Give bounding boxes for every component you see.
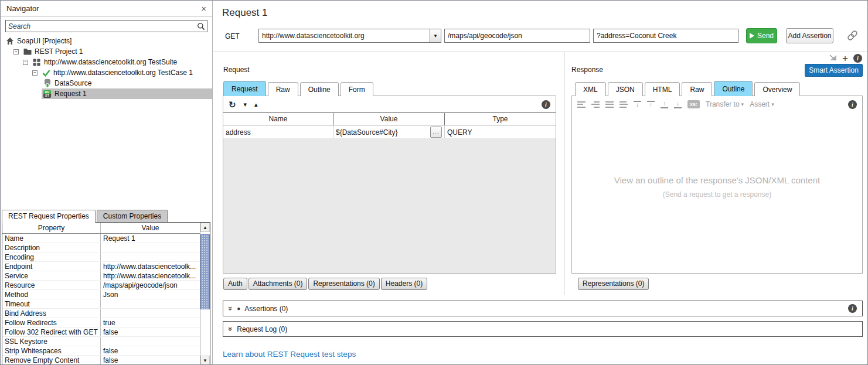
property-row-bind-address[interactable]: Bind Address <box>2 309 200 318</box>
request-section-label: Request <box>223 66 250 74</box>
request-tab-form[interactable]: Form <box>341 82 373 96</box>
response-toolbar: ↓ ↑ ↑ ↓ xs: Transfer to ▾ Assert ▾ i <box>572 96 862 112</box>
properties-tab-rest-request-properties[interactable]: REST Request Properties <box>2 210 96 223</box>
tree-item-request-1[interactable]: RESTRequest 1 <box>1 88 212 99</box>
param-value[interactable]: ${DataSource#City}... <box>333 125 445 139</box>
property-row-service[interactable]: Servicehttp://www.datasciencetoolk... <box>2 271 200 281</box>
layout-icon[interactable] <box>829 54 837 63</box>
query-input[interactable] <box>593 29 738 43</box>
close-icon[interactable]: × <box>201 4 206 13</box>
property-row-encoding[interactable]: Encoding <box>2 253 200 262</box>
search-input[interactable] <box>6 22 197 30</box>
tree-item-rest-project-1[interactable]: −REST Project 1 <box>1 46 212 57</box>
request-tab-request[interactable]: Request <box>223 81 266 96</box>
assertions-bar[interactable]: » ● Assertions (0) i <box>223 301 863 316</box>
property-name: Service <box>2 271 101 280</box>
request-bottom-tab-auth[interactable]: Auth <box>223 278 247 290</box>
response-tab-json[interactable]: JSON <box>608 82 643 96</box>
property-row-method[interactable]: MethodJson <box>2 290 200 299</box>
tree-item-content[interactable]: RESTRequest 1 <box>42 88 212 99</box>
tree-item-content[interactable]: http://www.datasciencetoolkit.org TestCa… <box>40 67 212 78</box>
response-tab-outline[interactable]: Outline <box>714 81 753 96</box>
request-log-bar[interactable]: » Request Log (0) <box>223 321 863 337</box>
tree-item-soapui-projects[interactable]: SoapUI [Projects] <box>1 36 212 46</box>
scrollbar-thumb[interactable] <box>200 234 210 309</box>
property-row-follow-302-redirect-with-get[interactable]: Follow 302 Redirect with GETfalse <box>2 328 200 337</box>
outline-lines-icon[interactable] <box>605 101 614 108</box>
move-down-from-bar-icon[interactable]: ↓ <box>674 101 682 108</box>
chevron-up-icon[interactable]: ▴ <box>254 101 258 108</box>
param-row-address[interactable]: address${DataSource#City}...QUERY <box>223 125 556 139</box>
request-tab-outline[interactable]: Outline <box>300 82 339 96</box>
info-icon[interactable]: i <box>853 54 862 63</box>
response-tab-raw[interactable]: Raw <box>682 82 712 96</box>
endpoint-combobox[interactable]: http://www.datasciencetoolkit.org ▼ <box>258 29 441 43</box>
scroll-up-icon[interactable]: ▲ <box>200 223 210 232</box>
tree-item-label: http://www.datasciencetoolkit.org TestCa… <box>53 69 193 77</box>
tree-item-content[interactable]: SoapUI [Projects] <box>4 36 212 46</box>
move-up-to-bar-icon[interactable]: ↑ <box>647 101 655 108</box>
response-bottom-tab-representations-0[interactable]: Representations (0) <box>578 278 649 290</box>
transfer-to-dropdown[interactable]: Transfer to ▾ <box>706 100 744 108</box>
move-down-to-bar-icon[interactable]: ↓ <box>634 101 641 108</box>
property-row-remove-empty-content[interactable]: Remove Empty Contentfalse <box>2 356 200 365</box>
plus-icon[interactable]: + <box>842 53 848 63</box>
info-icon[interactable]: i <box>542 100 550 109</box>
info-icon[interactable]: i <box>848 100 857 109</box>
scroll-down-icon[interactable]: ▼ <box>200 356 210 365</box>
expand-icon[interactable]: » <box>227 327 234 331</box>
collapse-expander-icon[interactable]: − <box>13 49 19 54</box>
collapse-expander-icon[interactable]: − <box>23 60 28 65</box>
property-row-description[interactable]: Description <box>2 243 200 253</box>
collapse-expander-icon[interactable]: − <box>32 70 38 76</box>
add-assertion-button[interactable]: Add Assertion <box>786 28 833 43</box>
response-tab-html[interactable]: HTML <box>645 82 680 96</box>
property-row-ssl-keystore[interactable]: SSL Keystore <box>2 337 200 346</box>
property-value: http://www.datasciencetoolk... <box>101 271 200 280</box>
tree-item-http-www-datasciencetoolkit-org-testcase-1[interactable]: −http://www.datasciencetoolkit.org TestC… <box>1 67 212 78</box>
properties-tab-custom-properties[interactable]: Custom Properties <box>97 210 168 223</box>
edit-value-button[interactable]: ... <box>430 127 442 138</box>
property-row-endpoint[interactable]: Endpointhttp://www.datasciencetoolk... <box>2 262 200 271</box>
tree-item-datasource[interactable]: DataSource <box>1 78 212 88</box>
request-bottom-tabs: AuthAttachments (0)Representations (0)He… <box>223 278 427 290</box>
property-row-resource[interactable]: Resource/maps/api/geocode/json <box>2 281 200 290</box>
request-tab-raw[interactable]: Raw <box>268 82 298 96</box>
info-icon[interactable]: i <box>848 304 857 313</box>
expand-icon[interactable]: » <box>227 306 234 311</box>
property-row-name[interactable]: NameRequest 1 <box>2 234 200 243</box>
chevron-down-icon[interactable]: ▼ <box>430 29 441 42</box>
collapse-all-icon[interactable] <box>577 101 586 108</box>
request-bottom-tab-representations-0[interactable]: Representations (0) <box>308 278 379 290</box>
response-tab-xml[interactable]: XML <box>575 82 606 96</box>
learn-link[interactable]: Learn about REST Request test steps <box>223 350 356 359</box>
resource-input[interactable] <box>444 29 590 43</box>
chevron-down-icon[interactable]: ▾ <box>244 101 247 108</box>
send-button[interactable]: Send <box>746 28 777 43</box>
refresh-icon[interactable]: ↻ <box>229 100 236 109</box>
property-value: Request 1 <box>101 234 200 243</box>
tree-item-content[interactable]: http://www.datasciencetoolkit.org TestSu… <box>31 57 212 67</box>
link-icon[interactable] <box>847 30 858 43</box>
request-bottom-tab-attachments-0[interactable]: Attachments (0) <box>249 278 308 290</box>
property-value: false <box>101 346 200 355</box>
xs-schema-icon[interactable]: xs: <box>687 100 700 108</box>
tree-item-http-www-datasciencetoolkit-org-testsuite[interactable]: −http://www.datasciencetoolkit.org TestS… <box>1 57 212 67</box>
response-tab-overview[interactable]: Overview <box>754 82 800 96</box>
expand-all-icon[interactable] <box>591 101 600 108</box>
request-bottom-tab-headers-0[interactable]: Headers (0) <box>381 278 427 290</box>
property-row-follow-redirects[interactable]: Follow Redirectstrue <box>2 318 200 328</box>
outline-justify-icon[interactable] <box>619 101 628 108</box>
properties-scrollbar[interactable]: ▲ ▼ <box>200 223 210 365</box>
panel-divider[interactable] <box>564 52 564 295</box>
property-row-strip-whitespaces[interactable]: Strip Whitespacesfalse <box>2 346 200 356</box>
scrollbar-track[interactable] <box>200 232 210 356</box>
tree-item-content[interactable]: DataSource <box>42 78 212 88</box>
assert-dropdown[interactable]: Assert ▾ <box>750 100 774 108</box>
property-row-timeout[interactable]: Timeout <box>2 299 200 309</box>
smart-assertion-button[interactable]: Smart Assertion <box>805 64 863 77</box>
search-icon[interactable] <box>197 22 205 30</box>
move-up-from-bar-icon[interactable]: ↑ <box>661 101 668 108</box>
tree-item-content[interactable]: REST Project 1 <box>22 46 212 57</box>
page-title: Request 1 <box>222 7 268 19</box>
